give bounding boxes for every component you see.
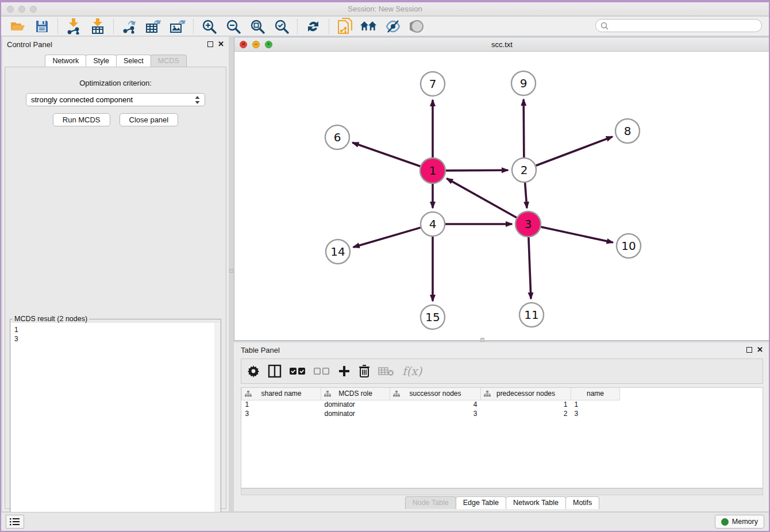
graph-edge-2-8[interactable]: [536, 137, 613, 165]
add-row-icon[interactable]: [338, 363, 351, 380]
table-cell[interactable]: 3: [390, 409, 481, 418]
table-tab-network-table[interactable]: Network Table: [506, 496, 566, 509]
table-tab-edge-table[interactable]: Edge Table: [456, 496, 506, 509]
refresh-icon[interactable]: [305, 18, 322, 34]
deselect-all-icon[interactable]: [314, 363, 330, 380]
close-panel-button[interactable]: Close panel: [120, 113, 179, 126]
toolbar-separator: [297, 19, 298, 34]
search-input[interactable]: [595, 19, 762, 32]
save-session-icon[interactable]: [33, 18, 51, 34]
table-cell[interactable]: 1: [571, 400, 620, 409]
toggle-columns-icon[interactable]: [268, 363, 282, 380]
graph-node-label: 3: [525, 217, 532, 231]
search-icon: [600, 22, 609, 30]
graph-node-label: 8: [624, 124, 632, 138]
result-line: 1: [14, 325, 217, 334]
settings-gear-icon[interactable]: [247, 363, 260, 380]
table-cell[interactable]: dominator: [321, 400, 390, 409]
control-tab-mcds[interactable]: MCDS: [151, 55, 187, 67]
export-table-icon[interactable]: [145, 18, 162, 34]
main-toolbar: [1, 17, 769, 36]
zoom-selected-icon[interactable]: [273, 18, 290, 34]
float-table-panel-icon[interactable]: [746, 347, 752, 353]
memory-button[interactable]: Memory: [715, 515, 764, 529]
open-session-icon[interactable]: [9, 18, 26, 34]
node-table[interactable]: shared nameMCDS rolesuccessor nodesprede…: [241, 387, 763, 488]
table-tab-node-table[interactable]: Node Table: [405, 496, 456, 509]
result-scrollbar[interactable]: [214, 323, 220, 532]
sphere-icon[interactable]: [409, 18, 426, 34]
control-tab-network[interactable]: Network: [45, 55, 86, 67]
graph-edge-2-9[interactable]: [523, 99, 524, 157]
select-all-icon[interactable]: [290, 363, 306, 380]
result-line: 3: [14, 334, 217, 344]
graph-node-label: 9: [520, 76, 528, 90]
memory-status-icon: [721, 518, 729, 526]
network-window-titlebar[interactable]: ✕ − + scc.txt: [234, 37, 769, 52]
table-tab-motifs[interactable]: Motifs: [565, 496, 599, 509]
table-row[interactable]: 3dominator323: [242, 409, 620, 418]
float-panel-icon[interactable]: [207, 41, 213, 47]
table-cell[interactable]: 4: [390, 400, 481, 409]
function-builder-icon[interactable]: f(x): [402, 363, 422, 380]
table-cell[interactable]: 2: [481, 409, 571, 418]
column-header-shared-name[interactable]: shared name: [242, 388, 321, 400]
import-table-icon[interactable]: [89, 18, 106, 34]
column-header-successor-nodes[interactable]: successor nodes: [390, 388, 481, 400]
toolbar-separator: [193, 19, 194, 34]
toolbar-separator: [329, 19, 329, 34]
graph-node-label: 14: [330, 245, 345, 259]
export-image-icon[interactable]: [169, 18, 186, 34]
table-toolbar: f(x): [241, 358, 763, 384]
hide-panel-icon[interactable]: [384, 18, 402, 34]
graph-edge-1-2[interactable]: [445, 170, 508, 171]
table-cell[interactable]: 1: [481, 400, 571, 409]
control-tab-select[interactable]: Select: [116, 55, 151, 67]
horizontal-splitter-handle[interactable]: [480, 338, 484, 342]
graph-node-label: 11: [524, 308, 538, 322]
memory-label: Memory: [732, 518, 758, 526]
mcds-result-box: MCDS result (2 nodes) 13: [10, 319, 221, 532]
network-from-selection-icon[interactable]: [336, 18, 353, 34]
zoom-fit-icon[interactable]: [249, 18, 266, 34]
table-cell[interactable]: dominator: [321, 409, 390, 418]
close-panel-icon[interactable]: ✕: [218, 41, 224, 47]
graph-edge-1-6[interactable]: [352, 142, 421, 167]
graph-edge-2-3[interactable]: [525, 183, 527, 208]
graph-edge-3-1[interactable]: [446, 179, 517, 218]
table-cell[interactable]: 3: [242, 409, 321, 418]
column-header-name[interactable]: name: [571, 388, 620, 400]
network-view-window: ✕ − + scc.txt 7968124314101511: [234, 37, 770, 341]
table-cell[interactable]: 1: [242, 400, 321, 409]
table-row[interactable]: 1dominator411: [242, 400, 620, 409]
optimization-select[interactable]: strongly connected component: [26, 93, 205, 106]
run-mcds-button[interactable]: Run MCDS: [53, 113, 110, 126]
network-window-title: scc.txt: [234, 40, 769, 49]
control-panel-title: Control Panel: [7, 40, 207, 49]
graph-edge-3-10[interactable]: [540, 227, 613, 242]
delete-table-icon[interactable]: [378, 363, 394, 380]
zoom-out-icon[interactable]: [225, 18, 242, 34]
home-cybrowser-icon[interactable]: [360, 18, 378, 34]
import-network-icon[interactable]: [65, 18, 82, 34]
graph-edge-3-11[interactable]: [529, 237, 531, 299]
zoom-in-icon[interactable]: [201, 18, 218, 34]
mcds-result-title: MCDS result (2 nodes): [13, 315, 89, 323]
column-header-predecessor-nodes[interactable]: predecessor nodes: [481, 388, 571, 400]
vertical-splitter-handle[interactable]: [229, 269, 233, 273]
graph-node-label: 7: [429, 77, 437, 91]
export-network-icon[interactable]: [121, 18, 138, 34]
network-canvas[interactable]: 7968124314101511: [234, 52, 769, 340]
graph-node-label: 15: [425, 310, 440, 324]
column-header-MCDS-role[interactable]: MCDS role: [321, 388, 390, 400]
graph-edge-4-14[interactable]: [353, 228, 421, 247]
task-history-button[interactable]: [6, 515, 24, 529]
control-tab-style[interactable]: Style: [86, 55, 117, 67]
toolbar-separator: [57, 19, 58, 34]
close-table-panel-icon[interactable]: ✕: [757, 347, 763, 353]
delete-row-icon[interactable]: [359, 363, 370, 380]
table-cell[interactable]: 3: [571, 409, 620, 418]
toolbar-separator: [113, 19, 114, 34]
list-icon: [10, 518, 20, 526]
mcds-result-text[interactable]: 13: [11, 323, 220, 532]
